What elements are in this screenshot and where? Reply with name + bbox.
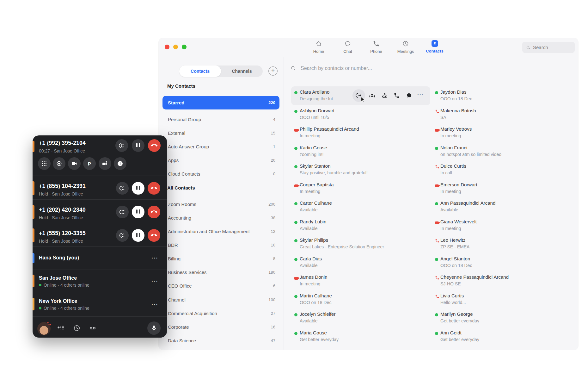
contact-row[interactable]: Cheyenne Passaquindici Arcand SJ-HQ SE bbox=[432, 273, 576, 291]
line-row-new-york-office[interactable]: New York Office Online · 4 others online… bbox=[33, 293, 167, 316]
contact-row[interactable]: Marley Vetrovs In meeting bbox=[432, 125, 576, 143]
hold-call-button[interactable] bbox=[132, 139, 144, 152]
record-button[interactable] bbox=[53, 157, 65, 170]
active-call-row: +1 (992) 395-2104 00:27 · San Jose Offic… bbox=[33, 135, 167, 176]
sidebar-item-starred[interactable]: Starred 220 bbox=[162, 96, 279, 109]
traffic-light-close-button[interactable] bbox=[165, 45, 169, 49]
global-search-input[interactable]: Search bbox=[522, 42, 575, 53]
resume-call-button[interactable] bbox=[132, 182, 144, 195]
sidebar-item-business-services[interactable]: Business Services180 bbox=[162, 265, 279, 279]
sidebar-item-ceo-office[interactable]: CEO Office6 bbox=[162, 279, 279, 293]
video-button[interactable] bbox=[68, 157, 81, 170]
traffic-light-minimize-button[interactable] bbox=[173, 45, 178, 49]
contact-row[interactable]: Skylar Philips Great Lakes - Enterprise … bbox=[292, 236, 430, 254]
transfer-call-button[interactable] bbox=[116, 229, 129, 242]
contact-row[interactable]: Leo Herwitz ZP SE - EMEA bbox=[432, 236, 576, 254]
line-status: Online · 4 others online bbox=[39, 306, 89, 311]
presence-in-meeting-icon bbox=[294, 129, 298, 132]
more-icon[interactable]: ··· bbox=[148, 278, 162, 284]
microphone-button[interactable] bbox=[147, 321, 161, 335]
end-call-button[interactable] bbox=[148, 229, 160, 242]
tab-contacts[interactable]: Contacts bbox=[179, 65, 221, 77]
contact-row[interactable]: Cooper Baptista In meeting bbox=[292, 180, 430, 199]
contact-row[interactable]: Ashlynn Dorwart OOO until 10/5 bbox=[292, 106, 430, 125]
park-call-button[interactable]: P bbox=[83, 157, 96, 170]
presence-available-icon bbox=[435, 258, 438, 261]
nav-phone[interactable]: Phone bbox=[362, 40, 390, 54]
contacts-search-input[interactable]: Search by contacts or number... bbox=[290, 65, 372, 71]
dialpad-add-call-icon[interactable] bbox=[57, 324, 64, 332]
sidebar-item-bdr[interactable]: BDR10 bbox=[162, 238, 279, 252]
traffic-light-zoom-button[interactable] bbox=[182, 45, 187, 49]
call-number: +1 (855) 104-2391 bbox=[39, 183, 86, 190]
call-info-button[interactable] bbox=[114, 157, 126, 170]
contact-row[interactable]: Nolan Franci on hotspot atm so limited v… bbox=[432, 143, 576, 162]
contact-row[interactable]: Jocelyn Schleifer Available bbox=[292, 310, 430, 328]
contact-name: Skylar Stanton bbox=[300, 163, 331, 169]
line-row-san-jose-office[interactable]: San Jose Office Online · 4 others online… bbox=[33, 270, 167, 293]
contact-row[interactable]: Kadin Gouse zooming in!! bbox=[292, 143, 430, 162]
call-accent-bar bbox=[33, 181, 34, 195]
presence-on-call-icon bbox=[435, 294, 439, 300]
contacts-search-placeholder: Search by contacts or number... bbox=[301, 65, 372, 71]
contact-row[interactable]: Carla Dias Available bbox=[292, 254, 430, 273]
call-history-icon[interactable] bbox=[73, 324, 81, 332]
sidebar-item-commercial-acquisition[interactable]: Commercial Acquisition27 bbox=[162, 306, 279, 320]
contact-row[interactable]: Makenna Botosh SA bbox=[432, 106, 576, 125]
online-dot-icon bbox=[39, 284, 41, 286]
transfer-call-button[interactable] bbox=[116, 206, 129, 218]
sidebar-item-channel[interactable]: Channel100 bbox=[162, 293, 279, 307]
keypad-button[interactable] bbox=[38, 157, 51, 170]
contact-row[interactable]: Dulce Curtis In call bbox=[432, 162, 576, 180]
contact-row[interactable]: Maria Gouse Get better everyday bbox=[292, 328, 430, 347]
add-video-button[interactable] bbox=[99, 157, 111, 170]
more-icon[interactable]: ··· bbox=[148, 255, 162, 261]
sidebar-item-billing[interactable]: Billing8 bbox=[162, 252, 279, 265]
nav-chat[interactable]: Chat bbox=[334, 40, 362, 54]
sidebar-item-auto-answer-group[interactable]: Auto Answer Group1 bbox=[162, 140, 279, 153]
sidebar-item-apps[interactable]: Apps20 bbox=[162, 153, 279, 167]
contact-row[interactable]: Ann Geidt Get better everyday bbox=[432, 328, 576, 347]
tab-channels[interactable]: Channels bbox=[221, 65, 263, 77]
call-number: +1 (202) 420-2340 bbox=[39, 207, 86, 213]
sidebar-item-zoom-rooms[interactable]: Zoom Rooms200 bbox=[162, 197, 279, 211]
user-avatar[interactable] bbox=[37, 322, 51, 335]
nav-home[interactable]: Home bbox=[304, 40, 333, 54]
contact-row[interactable]: Ann Passaquindici Arcand Available bbox=[432, 199, 576, 217]
line-row-self[interactable]: Hana Song (you) ··· bbox=[33, 246, 167, 270]
sidebar-item-cloud-contacts[interactable]: Cloud Contacts0 bbox=[162, 167, 279, 181]
voicemail-icon[interactable] bbox=[89, 324, 96, 332]
nav-meetings[interactable]: Meetings bbox=[391, 40, 420, 54]
sidebar-item-corporate[interactable]: Corporate16 bbox=[162, 320, 279, 334]
sidebar-item-personal-group[interactable]: Personal Group4 bbox=[162, 112, 279, 126]
contact-row[interactable]: Angel Stanton OOO on 18 Dec bbox=[432, 254, 576, 273]
contact-row[interactable]: James Donin In meeting bbox=[292, 273, 430, 291]
contact-row[interactable]: Marilyn George Get better everyday bbox=[432, 310, 576, 328]
resume-call-button[interactable] bbox=[132, 206, 144, 218]
contact-row[interactable]: Skylar Stanton Stay positive, humble and… bbox=[292, 162, 430, 180]
contact-name: Livia Curtis bbox=[440, 293, 464, 298]
contact-row[interactable]: Emerson Dorwart In meeting bbox=[432, 180, 576, 199]
end-call-button[interactable] bbox=[148, 139, 161, 152]
add-contact-button[interactable]: + bbox=[268, 66, 278, 76]
nav-contacts[interactable]: Contacts bbox=[420, 40, 449, 53]
sidebar-item-data-science[interactable]: Data Science47 bbox=[162, 333, 279, 347]
end-call-button[interactable] bbox=[148, 182, 160, 195]
sidebar-item-external[interactable]: External15 bbox=[162, 126, 279, 140]
transfer-call-button[interactable] bbox=[115, 139, 128, 152]
info-icon bbox=[117, 160, 123, 167]
more-icon[interactable]: ··· bbox=[148, 301, 162, 308]
end-call-button[interactable] bbox=[148, 206, 160, 218]
contact-row[interactable]: Martin Culhane OOO on 18 Dec bbox=[292, 291, 430, 310]
contact-row[interactable]: Randy Lubin Available bbox=[292, 217, 430, 236]
contact-row[interactable]: Jaydon Dias OOO on 18 Dec bbox=[432, 88, 576, 106]
resume-call-button[interactable] bbox=[132, 229, 144, 242]
sidebar-item-accounting[interactable]: Accounting38 bbox=[162, 211, 279, 225]
pause-icon bbox=[136, 143, 141, 148]
contact-row[interactable]: Carter Culhane Available bbox=[292, 199, 430, 217]
sidebar-item-administration[interactable]: Administration and Office Management12 bbox=[162, 224, 279, 238]
contact-row[interactable]: Livia Curtis Hello world... bbox=[432, 291, 576, 310]
contact-row[interactable]: Giana Westervelt In meeting bbox=[432, 217, 576, 236]
contact-row[interactable]: Phillip Passaquindici Arcand In meeting bbox=[292, 125, 430, 143]
transfer-call-button[interactable] bbox=[116, 182, 129, 195]
